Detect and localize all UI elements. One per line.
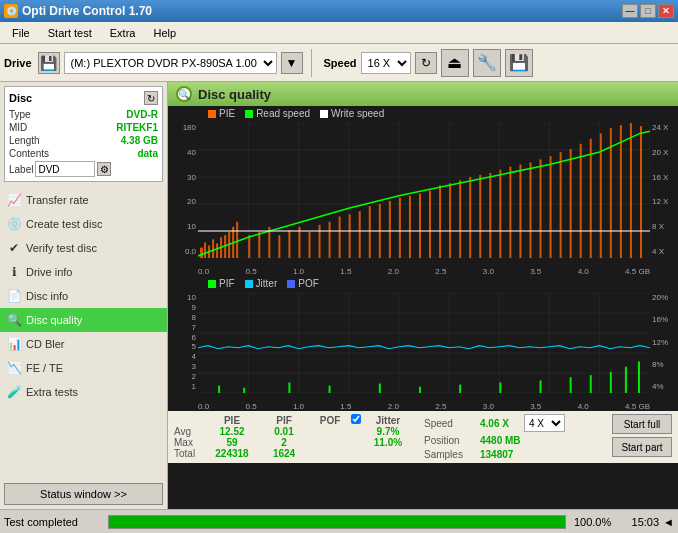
drive-label: Drive: [4, 57, 32, 69]
stats-avg-pie: 12.52: [206, 426, 258, 437]
svg-rect-46: [459, 180, 461, 258]
drive-arrow-button[interactable]: ▼: [281, 52, 303, 74]
menu-file[interactable]: File: [4, 25, 38, 41]
eject-button[interactable]: ⏏: [441, 49, 469, 77]
main-area: Disc ↻ Type DVD-R MID RITEKF1 Length 4.3…: [0, 82, 678, 509]
legend-read-speed: Read speed: [245, 108, 310, 119]
sidebar-item-verify-test-disc-label: Verify test disc: [26, 242, 97, 254]
maximize-button[interactable]: □: [640, 4, 656, 18]
sidebar-item-drive-info[interactable]: ℹ Drive info: [0, 260, 167, 284]
sidebar-item-disc-info[interactable]: 📄 Disc info: [0, 284, 167, 308]
menu-bar: File Start test Extra Help: [0, 22, 678, 44]
disc-label-input[interactable]: [35, 161, 95, 177]
y-right-16x: 16 X: [652, 173, 676, 182]
y-label-0: 0.0: [170, 247, 196, 256]
svg-rect-33: [329, 222, 331, 258]
disc-label-settings-button[interactable]: ⚙: [97, 162, 111, 176]
sidebar-item-disc-quality[interactable]: 🔍 Disc quality: [0, 308, 167, 332]
svg-rect-92: [625, 367, 627, 393]
y-right-4x: 4 X: [652, 247, 676, 256]
svg-rect-62: [620, 125, 622, 258]
svg-rect-39: [389, 201, 391, 258]
jitter-checkbox[interactable]: [351, 414, 361, 424]
y-label-180: 180: [170, 123, 196, 132]
menu-start-test[interactable]: Start test: [40, 25, 100, 41]
start-part-button[interactable]: Start part: [612, 437, 672, 457]
svg-rect-50: [499, 170, 501, 258]
disc-quality-icon: 🔍: [6, 312, 22, 328]
drive-select[interactable]: (M:) PLEXTOR DVDR PX-890SA 1.00: [64, 52, 277, 74]
y-label-20: 20: [170, 197, 196, 206]
speed-refresh-button[interactable]: ↻: [415, 52, 437, 74]
action-buttons: Start full Start part: [612, 414, 672, 457]
lower-x-labels: 0.0 0.5 1.0 1.5 2.0 2.5 3.0 3.5 4.0 4.5 …: [198, 402, 650, 411]
settings-icon-button[interactable]: 🔧: [473, 49, 501, 77]
speed-label: Speed: [324, 57, 357, 69]
jitter-checkbox-cell: [350, 414, 362, 426]
save-button[interactable]: 💾: [505, 49, 533, 77]
upper-y-left-labels: 180 40 30 20 10 0.0: [168, 121, 198, 258]
x-label-10-upper: 1.0: [293, 267, 304, 276]
start-full-button[interactable]: Start full: [612, 414, 672, 434]
x-label-20-upper: 2.0: [388, 267, 399, 276]
svg-rect-36: [359, 211, 361, 258]
legend-jitter: Jitter: [245, 278, 278, 289]
menu-extra[interactable]: Extra: [102, 25, 144, 41]
sidebar-item-transfer-rate[interactable]: 📈 Transfer rate: [0, 188, 167, 212]
status-window-area: Status window >>: [0, 479, 167, 509]
disc-refresh-button[interactable]: ↻: [144, 91, 158, 105]
progress-bar-fill: [109, 516, 565, 528]
stats-label-total: Total: [174, 448, 206, 459]
y-label-10: 10: [170, 222, 196, 231]
stats-max-pif: 2: [258, 437, 310, 448]
svg-rect-49: [489, 173, 491, 258]
sidebar-item-cd-bler[interactable]: 📊 CD Bler: [0, 332, 167, 356]
disc-quality-header-icon: 🔍: [176, 86, 192, 102]
sidebar-item-fe-te[interactable]: 📉 FE / TE: [0, 356, 167, 380]
svg-rect-82: [288, 382, 290, 393]
upper-chart-legend: PIE Read speed Write speed: [168, 106, 678, 121]
fe-te-icon: 📉: [6, 360, 22, 376]
disc-label-label: Label: [9, 164, 33, 175]
pie-legend-label: PIE: [219, 108, 235, 119]
read-speed-legend-dot: [245, 110, 253, 118]
disc-panel: Disc ↻ Type DVD-R MID RITEKF1 Length 4.3…: [4, 86, 163, 182]
x-label-0-upper: 0.0: [198, 267, 209, 276]
speed-select-stats[interactable]: 4 X 8 X Max: [524, 414, 565, 432]
stats-avg-jitter: 9.7%: [362, 426, 414, 437]
svg-rect-30: [298, 227, 300, 258]
svg-rect-29: [288, 230, 290, 258]
sidebar-item-extra-tests[interactable]: 🧪 Extra tests: [0, 380, 167, 404]
pof-legend-dot: [287, 280, 295, 288]
sidebar-item-disc-quality-label: Disc quality: [26, 314, 82, 326]
stats-right: Speed 4.06 X 4 X 8 X Max Position 4480 M…: [424, 414, 565, 460]
svg-rect-55: [550, 156, 552, 258]
upper-chart-container: PIE Read speed Write speed 180 40 30: [168, 106, 678, 276]
sidebar-item-fe-te-label: FE / TE: [26, 362, 63, 374]
menu-help[interactable]: Help: [145, 25, 184, 41]
y-right-12x: 12 X: [652, 197, 676, 206]
transfer-rate-icon: 📈: [6, 192, 22, 208]
cd-bler-icon: 📊: [6, 336, 22, 352]
sidebar-item-create-test-disc[interactable]: 💿 Create test disc: [0, 212, 167, 236]
svg-rect-53: [529, 162, 531, 258]
lower-y-right-labels: 20% 16% 12% 8% 4%: [650, 291, 678, 393]
svg-rect-41: [409, 196, 411, 258]
toolbar-separator: [311, 49, 312, 77]
close-button[interactable]: ✕: [658, 4, 674, 18]
sidebar-item-verify-test-disc[interactable]: ✔ Verify test disc: [0, 236, 167, 260]
stats-table: PIE PIF POF Jitter Avg 12.52 0.01 9.7% M…: [174, 414, 414, 459]
speed-select[interactable]: 16 X: [361, 52, 411, 74]
disc-info-icon: 📄: [6, 288, 22, 304]
sidebar: Disc ↻ Type DVD-R MID RITEKF1 Length 4.3…: [0, 82, 168, 509]
lower-chart-area: 10 9 8 7 6 5 4 3 2 1 20% 16% 12% 8%: [168, 291, 678, 411]
position-label-text: Position: [424, 435, 476, 446]
stats-header-pif: PIF: [258, 414, 310, 426]
sidebar-item-disc-info-label: Disc info: [26, 290, 68, 302]
svg-rect-15: [200, 248, 203, 258]
svg-rect-84: [379, 384, 381, 393]
minimize-button[interactable]: —: [622, 4, 638, 18]
legend-pof: POF: [287, 278, 319, 289]
sidebar-item-transfer-rate-label: Transfer rate: [26, 194, 89, 206]
status-window-button[interactable]: Status window >>: [4, 483, 163, 505]
